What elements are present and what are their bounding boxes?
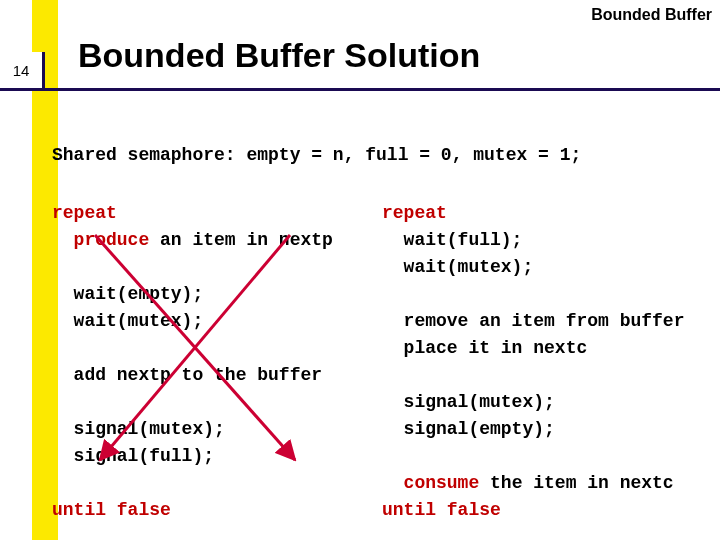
code-columns: repeat produce an item in nextp wait(emp…: [52, 200, 692, 524]
producer-signal-full: signal(full);: [52, 446, 214, 466]
consumer-consume-rest: the item in nextc: [479, 473, 673, 493]
keyword-until-right: until false: [382, 500, 501, 520]
consumer-signal-empty: signal(empty);: [382, 419, 555, 439]
producer-wait-mutex: wait(mutex);: [52, 311, 203, 331]
keyword-until-left: until false: [52, 500, 171, 520]
consumer-place: place it in nextc: [382, 338, 587, 358]
producer-add: add nextp to the buffer: [52, 365, 322, 385]
page-number-box: 14: [0, 52, 45, 88]
page-number: 14: [13, 62, 30, 79]
producer-code: repeat produce an item in nextp wait(emp…: [52, 200, 382, 524]
producer-wait-empty: wait(empty);: [52, 284, 203, 304]
producer-signal-mutex: signal(mutex);: [52, 419, 225, 439]
consumer-wait-mutex: wait(mutex);: [382, 257, 533, 277]
keyword-repeat-right: repeat: [382, 203, 447, 223]
consumer-remove: remove an item from buffer: [382, 311, 684, 331]
keyword-consume: consume: [404, 473, 480, 493]
consumer-wait-full: wait(full);: [382, 230, 522, 250]
shared-declaration: Shared semaphore: empty = n, full = 0, m…: [52, 145, 581, 165]
title-underline: [0, 88, 720, 91]
consumer-code: repeat wait(full); wait(mutex); remove a…: [382, 200, 692, 524]
slide-title: Bounded Buffer Solution: [78, 36, 480, 75]
keyword-produce: produce: [74, 230, 150, 250]
topic-label: Bounded Buffer: [591, 6, 712, 24]
producer-produce-rest: an item in nextp: [149, 230, 333, 250]
consumer-signal-mutex: signal(mutex);: [382, 392, 555, 412]
keyword-repeat: repeat: [52, 203, 117, 223]
